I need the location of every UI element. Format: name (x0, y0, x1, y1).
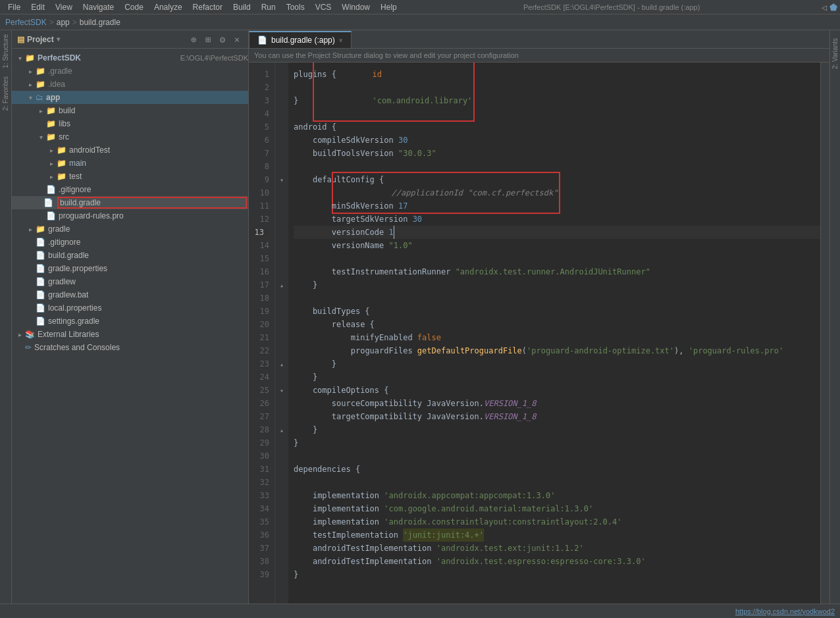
gutter-2[interactable] (275, 81, 288, 94)
code-line-5: android { (294, 120, 820, 134)
ln-33: 33 (249, 489, 269, 502)
tree-label-localprops: local.properties (48, 303, 248, 313)
window-nav-icon[interactable]: ⬟ (829, 2, 837, 13)
tree-item-scratches[interactable]: ▸ ✏ Scratches and Consoles (12, 341, 248, 354)
gutter-28[interactable]: ▴ (275, 423, 288, 436)
tree-item-gradlew[interactable]: ▸ 📄 gradlew (12, 275, 248, 288)
code-line-32 (294, 476, 820, 489)
code-content-area[interactable]: plugins { id 'com.android.library' } a (288, 63, 820, 604)
tree-item-app[interactable]: ▾ 🗂 app (12, 91, 248, 104)
tree-item-buildgradle-root[interactable]: ▸ 📄 build.gradle (12, 249, 248, 262)
ln-31: 31 (249, 463, 269, 476)
code-line-13: versionCode 1 (294, 226, 820, 239)
code-kw-id: id (373, 70, 382, 79)
tree-item-libs[interactable]: ▸ 📁 libs (12, 117, 248, 130)
menu-window[interactable]: Window (336, 1, 375, 13)
menu-navigate[interactable]: Navigate (78, 1, 119, 13)
right-scrollbar[interactable] (820, 63, 829, 604)
sidebar-icons: ⊕ ⊞ ⚙ × (188, 34, 243, 45)
gutter-21 (275, 331, 288, 344)
ln-20: 20 (249, 318, 269, 331)
gutter-14 (275, 239, 288, 252)
menu-tools[interactable]: Tools (281, 1, 310, 13)
ln-25: 25 (249, 384, 269, 397)
favorites-tab[interactable]: 2: Favorites (2, 72, 9, 115)
breadcrumb-module[interactable]: app (57, 18, 70, 27)
tree-item-idea[interactable]: ▸ 📁 .idea (12, 78, 248, 91)
gutter-23[interactable]: ▴ (275, 357, 288, 371)
sidebar-settings-icon[interactable]: ⚙ (217, 34, 228, 45)
gutter-25[interactable]: ▾ (275, 384, 288, 397)
tree-item-androidtest[interactable]: ▸ 📁 androidTest (12, 143, 248, 157)
menu-code[interactable]: Code (119, 1, 149, 13)
menu-edit[interactable]: Edit (26, 1, 50, 13)
menu-help[interactable]: Help (375, 1, 402, 13)
code-text-31: dependencies { (294, 463, 360, 476)
tree-item-settingsgradle[interactable]: ▸ 📄 settings.gradle (12, 315, 248, 328)
gutter-9[interactable]: ▾ (275, 173, 288, 186)
ln-27: 27 (249, 410, 269, 423)
menu-vcs[interactable]: VCS (310, 1, 337, 13)
code-text-27a (294, 410, 332, 423)
gutter-17[interactable]: ▴ (275, 278, 288, 292)
menu-view[interactable]: View (50, 1, 78, 13)
sidebar-close-icon[interactable]: × (231, 34, 243, 45)
tree-item-test[interactable]: ▸ 📁 test (12, 170, 248, 183)
tree-item-src[interactable]: ▾ 📁 src (12, 130, 248, 143)
tree-arrow-dotgradle: ▸ (25, 68, 36, 75)
menu-build[interactable]: Build (228, 1, 256, 13)
tree-item-gradle[interactable]: ▸ 📁 gradle (12, 222, 248, 236)
tree-item-gitignore-root[interactable]: ▸ 📄 .gitignore (12, 236, 248, 249)
tree-item-gradleprops[interactable]: ▸ 📄 gradle.properties (12, 262, 248, 275)
tree-item-main[interactable]: ▸ 📁 main (12, 157, 248, 170)
tab-buildgradle[interactable]: 📄 build.gradle (:app) × (249, 31, 352, 48)
url-hint[interactable]: https://blog.csdn.net/yodkwod2 (735, 607, 835, 615)
breadcrumb-project[interactable]: PerfectSDK (5, 18, 47, 27)
tree-item-proguard[interactable]: ▸ 📄 proguard-rules.pro (12, 209, 248, 222)
tree-item-build[interactable]: ▸ 📁 build (12, 104, 248, 117)
gutter-1[interactable] (275, 68, 288, 81)
cursor-13 (394, 226, 399, 239)
code-line-20: release { (294, 318, 820, 331)
tree-arrow-idea: ▸ (25, 81, 36, 88)
ln-9: 9 (249, 173, 269, 186)
code-text-37b: androidTestImplementation (313, 542, 436, 555)
tab-close-buildgradle[interactable]: × (339, 37, 343, 44)
menu-analyze[interactable]: Analyze (149, 1, 188, 13)
window-nav-back[interactable]: ◁ (822, 2, 827, 13)
code-text-34b: implementation (313, 502, 384, 515)
file-icon-localprops: 📄 (36, 303, 45, 313)
sidebar-dropdown-icon[interactable]: ▾ (57, 36, 60, 43)
gutter-32 (275, 476, 288, 489)
sidebar-layout-icon[interactable]: ⊞ (202, 34, 214, 45)
tree-item-gradlewbat[interactable]: ▸ 📄 gradlew.bat (12, 288, 248, 301)
code-num-13: 1 (389, 226, 394, 239)
code-text-33a (294, 489, 313, 502)
code-text-35a (294, 515, 313, 528)
ln-36: 36 (249, 528, 269, 542)
gutter-3[interactable] (275, 94, 288, 107)
ln-15: 15 (249, 252, 269, 265)
code-text-38a (294, 555, 313, 568)
sidebar-add-icon[interactable]: ⊕ (188, 34, 199, 45)
tree-item-dotgradle[interactable]: ▸ 📁 .gradle (12, 64, 248, 78)
menu-refactor[interactable]: Refactor (188, 1, 228, 13)
code-num-6: 30 (398, 134, 407, 147)
gutter-33 (275, 489, 288, 502)
tree-item-buildgradle-app[interactable]: ▸ 📄 build.gradle (12, 196, 248, 209)
tree-item-extlibs[interactable]: ▸ 📚 External Libraries (12, 328, 248, 341)
tree-item-gitignore-app[interactable]: ▸ 📄 .gitignore (12, 183, 248, 196)
tree-label-root: PerfectSDK (38, 53, 178, 63)
gutter-20 (275, 318, 288, 331)
code-editor[interactable]: 1 2 3 4 5 6 7 8 9 10 11 12 13 14 15 16 1… (249, 63, 829, 604)
tree-item-localprops[interactable]: ▸ 📄 local.properties (12, 301, 248, 315)
tree-item-root[interactable]: ▾ 📁 PerfectSDK E:\OGL4\PerfectSDK (12, 51, 248, 64)
menu-run[interactable]: Run (256, 1, 281, 13)
gutter-5[interactable] (275, 120, 288, 134)
code-line-12: targetSdkVersion 30 (294, 213, 820, 226)
project-icon: ▤ (17, 35, 24, 44)
menu-file[interactable]: File (3, 1, 26, 13)
structure-tab[interactable]: 1: Structure (2, 30, 9, 72)
folder-icon-build: 📁 (46, 106, 56, 115)
variants-tab[interactable]: 2: Variants (831, 33, 839, 74)
